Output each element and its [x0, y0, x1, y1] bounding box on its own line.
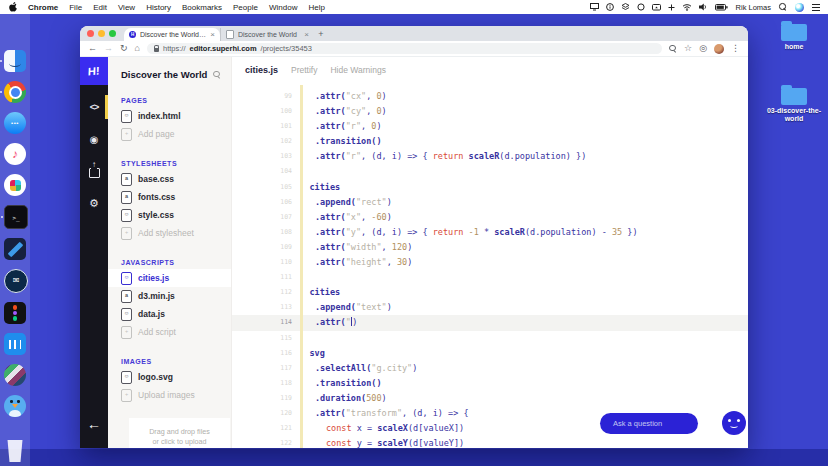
slack-icon[interactable] — [4, 174, 26, 196]
siri-icon[interactable] — [795, 3, 804, 12]
menu-item-window[interactable]: Window — [269, 3, 297, 12]
tab-close-button[interactable]: × — [210, 31, 215, 39]
code-line-108[interactable]: 108.attr("y", (d, i) => { return -1 * sc… — [232, 225, 748, 240]
tab-close-button[interactable]: × — [304, 31, 309, 39]
menu-item-help[interactable]: Help — [308, 3, 324, 12]
desktop-folder-home[interactable]: home — [766, 20, 822, 51]
code-line-115[interactable]: 115 — [232, 331, 748, 346]
sidebar-item-style-css[interactable]: ☺style.css — [108, 206, 231, 224]
sidebar-item-add-stylesheet[interactable]: +Add stylesheet — [108, 224, 231, 242]
hide-warnings-button[interactable]: Hide Warnings — [330, 65, 385, 75]
vscode-icon[interactable] — [4, 238, 26, 260]
code-line-104[interactable]: 104 — [232, 164, 748, 179]
menu-user-name[interactable]: Rik Lomas — [736, 3, 771, 12]
menu-item-people[interactable]: People — [233, 3, 258, 12]
bird-icon[interactable] — [4, 395, 26, 417]
forward-button[interactable]: → — [104, 44, 113, 53]
menu-item-view[interactable]: View — [118, 3, 135, 12]
code-line-109[interactable]: 109.attr("width", 120) — [232, 240, 748, 255]
settings-button[interactable]: ⚙ — [80, 191, 108, 215]
code-line-103[interactable]: 103.attr("r", (d, i) => { return scaleR(… — [232, 149, 748, 164]
address-bar[interactable]: https://editor.superhi.com/projects/3545… — [147, 43, 662, 54]
menu-item-history[interactable]: History — [146, 3, 171, 12]
new-tab-button[interactable]: + — [314, 29, 328, 39]
terminal-icon[interactable]: >_ — [4, 205, 28, 229]
code-line-101[interactable]: 101.attr("r", 0) — [232, 119, 748, 134]
extension-icon[interactable]: ◎ — [699, 44, 707, 53]
sidebar-item-add-script[interactable]: +Add script — [108, 323, 231, 341]
sidebar-item-add-page[interactable]: +Add page — [108, 125, 231, 143]
code-line-118[interactable]: 118.transition() — [232, 376, 748, 391]
profile-avatar[interactable] — [714, 44, 724, 54]
zoom-window-button[interactable] — [109, 30, 116, 37]
sidebar-item-fonts-css[interactable]: afonts.css — [108, 188, 231, 206]
back-button[interactable]: ← — [88, 44, 97, 53]
share-button[interactable] — [80, 159, 108, 183]
sidebar-item-cities-js[interactable]: ☺cities.js — [108, 269, 231, 287]
intercom-icon[interactable] — [4, 333, 26, 355]
back-arrow-button[interactable]: ← — [80, 416, 108, 432]
plus-icon[interactable] — [668, 4, 675, 11]
superhi-logo[interactable]: H! — [80, 57, 108, 85]
messages-icon[interactable]: ••• — [4, 112, 26, 134]
open-file-tab[interactable]: cities.js — [245, 65, 278, 75]
dropbox-icon[interactable] — [621, 3, 630, 11]
ask-question-button[interactable]: Ask a question — [600, 413, 698, 434]
desktop-folder-03-discover-the-world[interactable]: 03-discover-the-world — [766, 84, 822, 123]
code-line-122[interactable]: 122const y = scaleY(d[valueY]) — [232, 436, 748, 448]
chrome-icon[interactable] — [4, 81, 26, 103]
info-icon[interactable] — [606, 3, 614, 11]
volume-icon[interactable] — [699, 3, 708, 11]
spotlight-search-icon[interactable] — [779, 3, 787, 11]
code-line-99[interactable]: 99.attr("cx", 0) — [232, 89, 748, 104]
sidebar-item-logo-svg[interactable]: ☺logo.svg — [108, 368, 231, 386]
screen-share-icon[interactable] — [652, 4, 661, 11]
code-line-100[interactable]: 100.attr("cy", 0) — [232, 104, 748, 119]
circle-icon[interactable] — [637, 3, 645, 11]
code-line-114[interactable]: 114.attr(") — [232, 315, 748, 330]
sidebar-item-index-html[interactable]: ☺index.html — [108, 107, 231, 125]
sidebar-item-data-js[interactable]: ☺data.js — [108, 305, 231, 323]
apple-menu-icon[interactable] — [9, 2, 17, 12]
display-icon[interactable] — [590, 3, 599, 11]
finder-icon[interactable] — [4, 50, 26, 72]
trash-icon[interactable] — [4, 440, 26, 462]
preview-button[interactable]: ◉ — [80, 127, 108, 151]
code-line-107[interactable]: 107.attr("x", -60) — [232, 210, 748, 225]
close-window-button[interactable] — [87, 30, 94, 37]
code-line-106[interactable]: 106.append("rect") — [232, 195, 748, 210]
sidebar-item-d3-min-js[interactable]: ad3.min.js — [108, 287, 231, 305]
mail-icon[interactable]: ✉ — [4, 269, 28, 293]
figma-icon[interactable] — [4, 302, 26, 324]
home-button[interactable]: ⌂ — [135, 44, 140, 53]
sidebar-item-upload-images[interactable]: +Upload images — [108, 386, 231, 404]
wifi-icon[interactable] — [682, 3, 692, 11]
code-line-102[interactable]: 102.transition() — [232, 134, 748, 149]
menu-item-file[interactable]: File — [69, 3, 82, 12]
search-icon[interactable] — [213, 71, 221, 79]
prettify-button[interactable]: Prettify — [291, 65, 317, 75]
notification-center-icon[interactable] — [812, 4, 820, 11]
code-lines[interactable]: 99.attr("cx", 0)100.attr("cy", 0)101.att… — [232, 89, 748, 448]
battery-icon[interactable] — [715, 4, 728, 11]
menu-item-chrome[interactable]: Chrome — [28, 3, 58, 12]
code-line-105[interactable]: 105cities — [232, 180, 748, 195]
tab-0[interactable]: HDiscover the World - Superhi× — [124, 28, 220, 41]
zoom-page-icon[interactable] — [669, 45, 677, 53]
upload-dropzone[interactable]: Drag and drop files or click to upload — [129, 418, 230, 448]
tab-1[interactable]: Discover the World× — [220, 28, 314, 41]
help-smiley-button[interactable] — [722, 411, 746, 435]
reload-button[interactable]: ↻ — [120, 44, 128, 53]
code-line-113[interactable]: 113.append("text") — [232, 300, 748, 315]
code-line-119[interactable]: 119.duration(500) — [232, 391, 748, 406]
code-line-111[interactable]: 111 — [232, 270, 748, 285]
menu-item-bookmarks[interactable]: Bookmarks — [182, 3, 222, 12]
code-view-button[interactable]: <> — [80, 95, 108, 119]
minimize-window-button[interactable] — [98, 30, 105, 37]
browser-menu-icon[interactable]: ⋮ — [731, 44, 740, 53]
code-line-117[interactable]: 117.selectAll("g.city") — [232, 361, 748, 376]
sidebar-item-base-css[interactable]: abase.css — [108, 170, 231, 188]
code-line-110[interactable]: 110.attr("height", 30) — [232, 255, 748, 270]
bookmark-star-icon[interactable]: ☆ — [684, 44, 692, 53]
menu-item-edit[interactable]: Edit — [93, 3, 107, 12]
